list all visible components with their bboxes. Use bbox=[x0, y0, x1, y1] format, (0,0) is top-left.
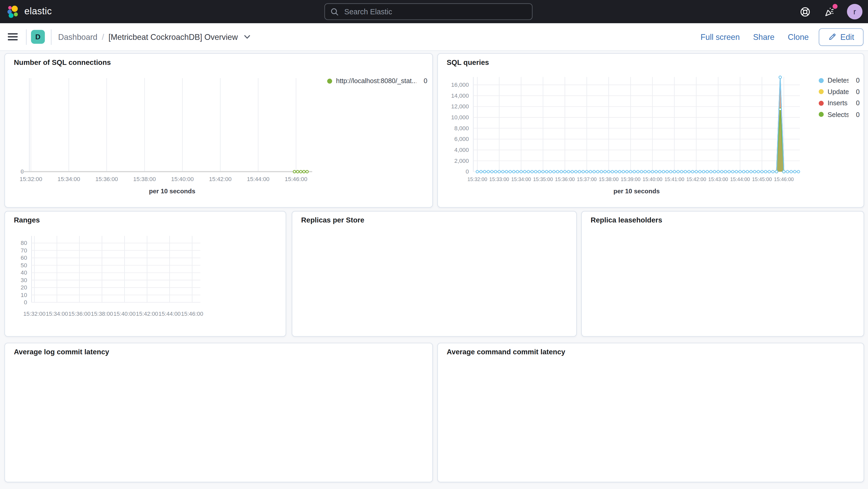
legend-item[interactable]: Inserts0 bbox=[819, 97, 860, 109]
panel-title[interactable]: Number of SQL connections bbox=[14, 58, 111, 66]
chart-legend: http://localhost:8080/_stat...0 bbox=[327, 75, 427, 87]
legend-swatch-icon bbox=[819, 78, 824, 83]
edit-button-label: Edit bbox=[840, 32, 854, 41]
legend-value: 0 bbox=[420, 77, 427, 85]
pencil-icon bbox=[828, 33, 836, 41]
panel-title[interactable]: SQL queries bbox=[446, 58, 489, 66]
newsfeed-icon[interactable] bbox=[823, 5, 836, 18]
svg-text:30: 30 bbox=[21, 277, 27, 283]
breadcrumb-separator: / bbox=[102, 32, 104, 41]
svg-text:15:36:00: 15:36:00 bbox=[95, 176, 118, 182]
svg-text:15:37:00: 15:37:00 bbox=[577, 176, 597, 182]
svg-text:16,000: 16,000 bbox=[451, 82, 469, 88]
svg-text:15:42:00: 15:42:00 bbox=[209, 176, 231, 182]
legend-item[interactable]: http://localhost:8080/_stat...0 bbox=[327, 75, 427, 87]
legend-label: Deletes bbox=[828, 77, 849, 84]
panel-title[interactable]: Average command commit latency bbox=[446, 348, 565, 356]
svg-text:70: 70 bbox=[21, 247, 27, 254]
svg-text:0: 0 bbox=[466, 168, 469, 175]
svg-text:8,000: 8,000 bbox=[455, 125, 469, 131]
chart-sql-queries[interactable]: 15:32:0015:33:0015:34:0015:35:0015:36:00… bbox=[438, 54, 865, 208]
toolbar-divider bbox=[26, 29, 27, 45]
legend-label: Selects bbox=[828, 111, 849, 119]
svg-text:60: 60 bbox=[21, 254, 27, 261]
svg-text:15:44:00: 15:44:00 bbox=[247, 176, 270, 182]
svg-text:15:46:00: 15:46:00 bbox=[285, 176, 307, 182]
svg-text:15:46:00: 15:46:00 bbox=[181, 310, 203, 317]
panel-replica-leaseholders: Replica leaseholders bbox=[581, 211, 864, 337]
svg-text:15:46:00: 15:46:00 bbox=[774, 176, 794, 182]
svg-text:15:34:00: 15:34:00 bbox=[58, 176, 80, 182]
chevron-down-icon[interactable] bbox=[244, 33, 251, 41]
svg-text:15:36:00: 15:36:00 bbox=[555, 176, 575, 182]
legend-item[interactable]: Selects0 bbox=[819, 109, 860, 120]
panel-title[interactable]: Ranges bbox=[14, 216, 40, 224]
svg-text:6,000: 6,000 bbox=[455, 136, 469, 142]
legend-label: Inserts bbox=[828, 99, 848, 107]
panel-sql-queries: SQL queries 15:32:0015:33:0015:34:0015:3… bbox=[437, 53, 864, 208]
legend-swatch-icon bbox=[819, 89, 824, 94]
svg-text:per 10 seconds: per 10 seconds bbox=[149, 188, 195, 194]
panel-number-of-sql-connections: Number of SQL connections 15:32:0015:34:… bbox=[4, 53, 433, 208]
legend-swatch-icon bbox=[819, 100, 824, 105]
legend-item[interactable]: Updates0 bbox=[819, 86, 860, 98]
svg-text:15:34:00: 15:34:00 bbox=[46, 310, 68, 317]
notification-dot bbox=[833, 4, 838, 9]
space-switcher[interactable]: D bbox=[31, 30, 45, 44]
svg-text:15:41:00: 15:41:00 bbox=[664, 176, 684, 182]
toolbar-divider bbox=[51, 29, 52, 45]
svg-text:15:32:00: 15:32:00 bbox=[23, 310, 45, 317]
search-input[interactable] bbox=[343, 7, 527, 17]
top-nav-bar: elastic bbox=[0, 0, 868, 23]
panel-title[interactable]: Average log commit latency bbox=[14, 348, 109, 356]
legend-item[interactable]: Deletes0 bbox=[819, 75, 860, 86]
svg-text:2,000: 2,000 bbox=[455, 158, 469, 164]
svg-text:15:45:00: 15:45:00 bbox=[752, 176, 772, 182]
svg-text:15:44:00: 15:44:00 bbox=[730, 176, 750, 182]
user-avatar[interactable]: r bbox=[847, 4, 863, 20]
panel-replicas-per-store: Replicas per Store bbox=[292, 211, 577, 337]
legend-value: 0 bbox=[852, 99, 860, 107]
search-icon bbox=[331, 7, 339, 16]
help-icon[interactable] bbox=[798, 5, 811, 18]
panel-avg-log-commit-latency: Average log commit latency bbox=[4, 343, 433, 483]
svg-text:15:44:00: 15:44:00 bbox=[159, 310, 181, 317]
global-search[interactable] bbox=[324, 3, 533, 20]
edit-button[interactable]: Edit bbox=[819, 28, 864, 45]
page-title: [Metricbeat CockroachDB] Overview bbox=[108, 32, 238, 41]
svg-text:15:38:00: 15:38:00 bbox=[133, 176, 156, 182]
svg-text:4,000: 4,000 bbox=[455, 147, 469, 153]
svg-text:10,000: 10,000 bbox=[451, 114, 469, 121]
svg-text:15:39:00: 15:39:00 bbox=[621, 176, 641, 182]
legend-value: 0 bbox=[852, 111, 860, 119]
svg-text:12,000: 12,000 bbox=[451, 103, 469, 110]
menu-hamburger-icon[interactable] bbox=[8, 32, 18, 41]
svg-text:15:33:00: 15:33:00 bbox=[489, 176, 509, 182]
brand-label: elastic bbox=[25, 6, 52, 17]
full-screen-button[interactable]: Full screen bbox=[701, 32, 740, 41]
elastic-home-link[interactable]: elastic bbox=[7, 0, 52, 23]
svg-text:15:34:00: 15:34:00 bbox=[511, 176, 531, 182]
chart-ranges[interactable]: 15:32:0015:34:0015:36:0015:38:0015:40:00… bbox=[5, 212, 287, 337]
svg-text:0: 0 bbox=[24, 299, 27, 306]
elastic-logo-icon bbox=[7, 5, 20, 18]
legend-value: 0 bbox=[852, 88, 860, 96]
legend-label: Updates bbox=[828, 88, 849, 96]
panel-ranges: Ranges 15:32:0015:34:0015:36:0015:38:001… bbox=[4, 211, 286, 337]
svg-text:15:40:00: 15:40:00 bbox=[114, 310, 136, 317]
legend-label: http://localhost:8080/_stat... bbox=[336, 77, 416, 85]
panel-avg-command-commit-latency: Average command commit latency bbox=[437, 343, 864, 483]
svg-text:20: 20 bbox=[21, 284, 27, 291]
share-button[interactable]: Share bbox=[753, 32, 775, 41]
clone-button[interactable]: Clone bbox=[788, 32, 809, 41]
svg-text:14,000: 14,000 bbox=[451, 92, 469, 99]
breadcrumb-dashboard-link[interactable]: Dashboard bbox=[58, 32, 97, 41]
svg-text:15:32:00: 15:32:00 bbox=[20, 176, 42, 182]
panel-title[interactable]: Replica leaseholders bbox=[591, 216, 662, 224]
legend-swatch-icon bbox=[819, 112, 824, 117]
legend-value: 0 bbox=[852, 77, 860, 84]
panel-title[interactable]: Replicas per Store bbox=[301, 216, 364, 224]
svg-text:80: 80 bbox=[21, 240, 27, 246]
svg-text:40: 40 bbox=[21, 269, 27, 276]
chart-legend: Deletes0Updates0Inserts0Selects0 bbox=[819, 75, 860, 120]
